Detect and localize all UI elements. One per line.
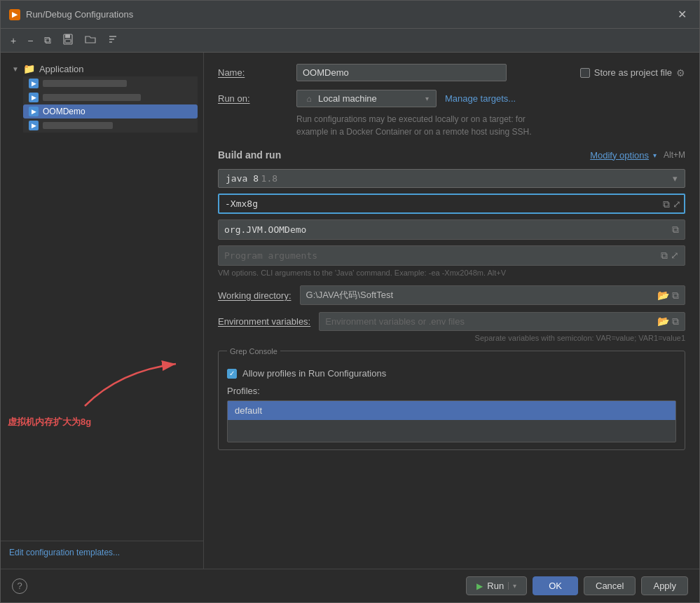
svg-rect-2 (65, 39, 71, 43)
env-icons: 📂 ⧉ (657, 316, 679, 327)
name-input[interactable] (296, 64, 507, 81)
vm-options-input[interactable] (218, 194, 685, 214)
blurred-label (43, 94, 141, 101)
run-label: Run (487, 581, 504, 591)
section-header: Build and run Modify options ▾ Alt+M (218, 149, 685, 161)
run-dropdown-arrow[interactable]: ▾ (508, 582, 516, 590)
sort-button[interactable] (103, 32, 123, 49)
store-project-checkbox-label[interactable]: Store as project file (580, 67, 672, 78)
run-on-dropdown[interactable]: ⌂ Local machine ▾ (296, 90, 437, 107)
grep-checkbox-row: ✓ Allow profiles in Run Configurations (227, 368, 676, 379)
config-icon: ▶ (29, 79, 39, 88)
working-dir-input[interactable]: G:\JAVA代码\SoftTest 📂 ⧉ (300, 285, 685, 305)
bottom-bar: ? ▶ Run ▾ OK Cancel Apply (1, 569, 699, 602)
class-input-row[interactable]: org.JVM.OOMDemo ⧉ (218, 219, 685, 240)
modify-options-group: Modify options ▾ Alt+M (590, 150, 685, 161)
add-config-button[interactable]: + (6, 33, 20, 48)
checkmark-icon: ✓ (229, 370, 235, 377)
edit-templates-link[interactable]: Edit configuration templates... (9, 548, 120, 557)
edit-icon[interactable]: ⧉ (672, 290, 679, 302)
sidebar-item-oomdemo[interactable]: ▶ OOMDemo (23, 104, 198, 118)
vm-hint: VM options. CLI arguments to the 'Java' … (218, 269, 685, 277)
apply-button[interactable]: Apply (641, 576, 688, 595)
ok-button[interactable]: OK (533, 576, 578, 595)
program-args-icons: ⧉ ⤢ (661, 250, 679, 262)
blurred-label (43, 80, 127, 87)
copy-icon[interactable]: ⧉ (663, 198, 670, 210)
arrow-svg (78, 357, 190, 413)
working-dir-value: G:\JAVA代码\SoftTest (306, 289, 394, 302)
java-value: java 8 (226, 173, 259, 184)
close-button[interactable]: ✕ (673, 6, 691, 22)
sidebar-section: ▼ 📁 Application ▶ ▶ (1, 58, 203, 135)
profiles-label: Profiles: (227, 386, 676, 396)
modify-options-button[interactable]: Modify options (590, 150, 649, 161)
bottom-right-buttons: ▶ Run ▾ OK Cancel Apply (466, 576, 688, 595)
sidebar-group-application[interactable]: ▼ 📁 Application (6, 61, 198, 76)
move-folder-button[interactable] (81, 32, 100, 49)
program-args-row[interactable]: Program arguments ⧉ ⤢ (218, 245, 685, 266)
profiles-list: default (227, 400, 676, 442)
browse-icon[interactable]: ⧉ (672, 224, 679, 236)
remove-config-button[interactable]: − (23, 33, 37, 48)
env-placeholder: Environment variables or .env files (325, 316, 465, 327)
sidebar: ▼ 📁 Application ▶ ▶ (1, 53, 204, 569)
run-on-row: Run on: ⌂ Local machine ▾ Manage targets… (218, 90, 685, 107)
sidebar-folder-icon: 📁 (23, 63, 35, 74)
modify-options-shortcut: Alt+M (664, 150, 685, 160)
env-vars-input[interactable]: Environment variables or .env files 📂 ⧉ (319, 312, 685, 331)
working-dir-row: Working directory: G:\JAVA代码\SoftTest 📂 … (218, 285, 685, 305)
help-button[interactable]: ? (12, 578, 27, 594)
sidebar-group-arrow: ▼ (12, 65, 19, 73)
title-bar: ▶ Run/Debug Configurations ✕ (1, 1, 699, 29)
program-args-placeholder: Program arguments (224, 250, 317, 261)
expand-icon[interactable]: ⤢ (671, 250, 679, 262)
env-vars-row: Environment variables: Environment varia… (218, 312, 685, 331)
run-on-label: Run on: (218, 93, 288, 104)
copy-config-button[interactable]: ⧉ (40, 32, 55, 48)
svg-rect-1 (65, 34, 70, 38)
run-button[interactable]: ▶ Run ▾ (466, 576, 527, 595)
run-debug-dialog: ▶ Run/Debug Configurations ✕ + − ⧉ ▼ 📁 A… (0, 0, 700, 603)
grep-check-label: Allow profiles in Run Configurations (242, 368, 386, 379)
name-label: Name: (218, 67, 288, 78)
vm-options-row: ⧉ ⤢ (218, 194, 685, 214)
sidebar-group-label: Application (39, 64, 84, 74)
right-panel: Name: Store as project file ⚙ Run on: ⌂ … (204, 53, 699, 569)
list-item[interactable]: ▶ (23, 118, 198, 133)
run-on-value: Local machine (318, 93, 377, 104)
java-dropdown[interactable]: java 8 1.8 ▾ (218, 169, 685, 188)
store-project-checkbox[interactable] (580, 68, 590, 78)
list-item[interactable]: ▶ (23, 76, 198, 90)
edit-icon[interactable]: ⧉ (672, 316, 679, 327)
sidebar-footer: Edit configuration templates... (1, 541, 203, 563)
store-project-label: Store as project file (594, 67, 672, 78)
folder-open-icon[interactable]: 📂 (657, 316, 669, 327)
annotation-text: 虚拟机内存扩大为8g (8, 415, 91, 429)
env-vars-label: Environment variables: (218, 316, 310, 327)
modify-chevron-icon: ▾ (653, 151, 657, 159)
env-hint: Separate variables with semicolon: VAR=v… (218, 334, 685, 342)
folder-open-icon[interactable]: 📂 (657, 290, 669, 302)
play-icon: ▶ (476, 581, 483, 591)
cancel-button[interactable]: Cancel (584, 576, 636, 595)
manage-targets-link[interactable]: Manage targets... (445, 93, 516, 104)
copy-icon[interactable]: ⧉ (661, 250, 668, 262)
toolbar: + − ⧉ (1, 29, 699, 53)
annotation-layer: 虚拟机内存扩大为8g (8, 409, 91, 429)
save-config-button[interactable] (58, 32, 78, 49)
input-icons: ⧉ ⤢ (663, 198, 681, 210)
info-text: Run configurations may be executed local… (218, 113, 685, 138)
profile-item-default[interactable]: default (228, 401, 675, 420)
sidebar-item-label: OOMDemo (43, 107, 85, 116)
gear-icon[interactable]: ⚙ (676, 67, 685, 79)
grep-checkbox[interactable]: ✓ (227, 369, 237, 379)
config-icon: ▶ (29, 107, 39, 116)
expand-icon[interactable]: ⤢ (673, 198, 681, 210)
sidebar-items: ▶ ▶ ▶ OOMDemo ▶ (6, 76, 198, 133)
dialog-title: Run/Debug Configurations (26, 9, 133, 20)
grep-console-section: Grep Console ✓ Allow profiles in Run Con… (218, 351, 685, 450)
working-dir-label: Working directory: (218, 290, 291, 301)
build-run-title: Build and run (218, 149, 281, 161)
list-item[interactable]: ▶ (23, 90, 198, 104)
